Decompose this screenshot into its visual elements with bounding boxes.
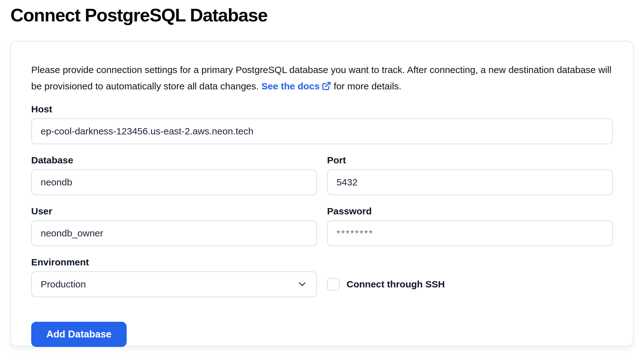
environment-select[interactable]: Production xyxy=(31,271,317,297)
user-input[interactable] xyxy=(31,220,317,246)
see-the-docs-link[interactable]: See the docs xyxy=(261,81,331,91)
user-field-group: User xyxy=(31,206,317,246)
user-label: User xyxy=(31,206,317,217)
database-field-group: Database xyxy=(31,155,317,195)
ssh-checkbox[interactable] xyxy=(327,278,340,291)
password-input[interactable] xyxy=(327,220,613,246)
port-label: Port xyxy=(327,155,613,166)
host-label: Host xyxy=(31,104,613,115)
ssh-checkbox-group: Connect through SSH xyxy=(327,278,445,291)
connection-settings-card: Please provide connection settings for a… xyxy=(10,41,634,346)
password-field-group: Password xyxy=(327,206,613,246)
ssh-checkbox-label: Connect through SSH xyxy=(347,279,445,290)
password-label: Password xyxy=(327,206,613,217)
page: Connect PostgreSQL Database Please provi… xyxy=(0,0,644,357)
database-input[interactable] xyxy=(31,169,317,195)
intro-text: Please provide connection settings for a… xyxy=(31,62,613,94)
intro-after: for more details. xyxy=(334,81,401,91)
page-title: Connect PostgreSQL Database xyxy=(10,4,267,26)
user-password-row: User Password xyxy=(31,206,613,246)
chevron-down-icon xyxy=(297,279,308,290)
database-label: Database xyxy=(31,155,317,166)
database-port-row: Database Port xyxy=(31,155,613,195)
ssh-cell: Connect through SSH xyxy=(327,257,613,297)
add-database-button[interactable]: Add Database xyxy=(31,322,127,347)
environment-ssh-row: Environment Production Connect through S… xyxy=(31,257,613,297)
environment-selected-value: Production xyxy=(41,279,86,290)
environment-field-group: Environment Production xyxy=(31,257,317,297)
port-input[interactable] xyxy=(327,169,613,195)
see-the-docs-label: See the docs xyxy=(261,81,319,91)
port-field-group: Port xyxy=(327,155,613,195)
external-link-icon xyxy=(322,81,331,91)
host-input[interactable] xyxy=(31,118,613,144)
host-field-group: Host xyxy=(31,104,613,144)
environment-label: Environment xyxy=(31,257,317,268)
